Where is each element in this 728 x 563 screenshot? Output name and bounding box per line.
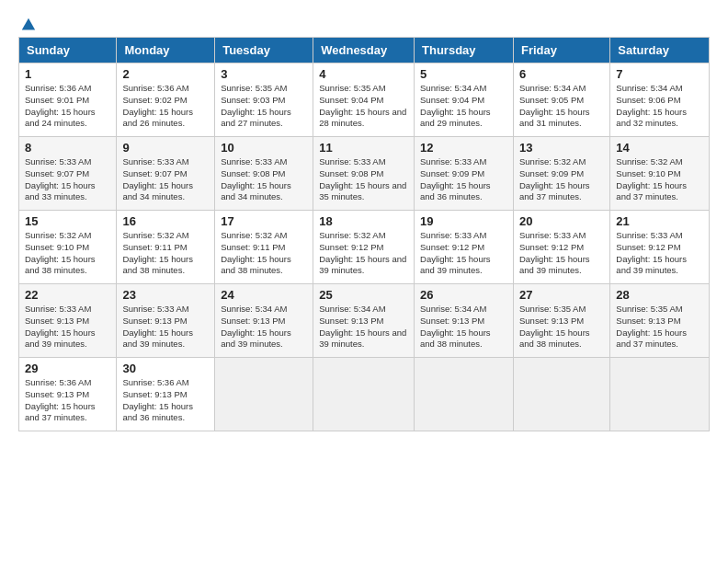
day-info: Sunrise: 5:36 AMSunset: 9:13 PMDaylight:… [122,377,193,422]
calendar-cell: 19 Sunrise: 5:33 AMSunset: 9:12 PMDaylig… [415,211,514,284]
day-number: 1 [25,67,110,81]
calendar-cell: 3 Sunrise: 5:35 AMSunset: 9:03 PMDayligh… [215,63,313,137]
calendar-cell [513,358,609,431]
header-monday: Monday [117,38,215,63]
day-number: 28 [616,288,703,302]
header-thursday: Thursday [415,38,514,63]
day-info: Sunrise: 5:32 AMSunset: 9:10 PMDaylight:… [616,156,687,201]
header-tuesday: Tuesday [215,38,313,63]
day-info: Sunrise: 5:35 AMSunset: 9:13 PMDaylight:… [616,304,687,349]
calendar-cell: 6 Sunrise: 5:34 AMSunset: 9:05 PMDayligh… [513,63,609,137]
calendar-week-row: 15 Sunrise: 5:32 AMSunset: 9:10 PMDaylig… [19,211,710,284]
day-info: Sunrise: 5:33 AMSunset: 9:08 PMDaylight:… [319,156,406,201]
calendar-cell: 23 Sunrise: 5:33 AMSunset: 9:13 PMDaylig… [117,284,215,358]
page: Sunday Monday Tuesday Wednesday Thursday… [0,0,728,441]
calendar-week-row: 29 Sunrise: 5:36 AMSunset: 9:13 PMDaylig… [19,358,710,431]
header-wednesday: Wednesday [313,38,415,63]
calendar-cell: 17 Sunrise: 5:32 AMSunset: 9:11 PMDaylig… [215,211,313,284]
day-info: Sunrise: 5:35 AMSunset: 9:04 PMDaylight:… [319,83,406,128]
calendar-cell: 7 Sunrise: 5:34 AMSunset: 9:06 PMDayligh… [610,63,710,137]
calendar-cell: 22 Sunrise: 5:33 AMSunset: 9:13 PMDaylig… [19,284,117,358]
header [18,17,710,29]
day-info: Sunrise: 5:34 AMSunset: 9:13 PMDaylight:… [221,304,291,349]
calendar-cell: 24 Sunrise: 5:34 AMSunset: 9:13 PMDaylig… [215,284,313,358]
calendar-header-row: Sunday Monday Tuesday Wednesday Thursday… [19,38,710,63]
day-info: Sunrise: 5:35 AMSunset: 9:13 PMDaylight:… [519,304,590,349]
day-info: Sunrise: 5:34 AMSunset: 9:06 PMDaylight:… [616,83,687,128]
day-info: Sunrise: 5:32 AMSunset: 9:10 PMDaylight:… [25,230,96,275]
calendar-cell [610,358,710,431]
day-number: 3 [221,67,307,81]
day-number: 8 [25,141,110,155]
day-info: Sunrise: 5:36 AMSunset: 9:02 PMDaylight:… [122,83,193,128]
calendar-cell: 13 Sunrise: 5:32 AMSunset: 9:09 PMDaylig… [513,137,609,211]
calendar-cell: 18 Sunrise: 5:32 AMSunset: 9:12 PMDaylig… [313,211,415,284]
calendar-cell: 29 Sunrise: 5:36 AMSunset: 9:13 PMDaylig… [19,358,117,431]
day-info: Sunrise: 5:32 AMSunset: 9:09 PMDaylight:… [519,156,590,201]
day-info: Sunrise: 5:33 AMSunset: 9:12 PMDaylight:… [519,230,590,275]
day-number: 2 [122,67,209,81]
calendar-cell: 16 Sunrise: 5:32 AMSunset: 9:11 PMDaylig… [117,211,215,284]
calendar-cell: 30 Sunrise: 5:36 AMSunset: 9:13 PMDaylig… [117,358,215,431]
calendar-cell: 26 Sunrise: 5:34 AMSunset: 9:13 PMDaylig… [415,284,514,358]
day-number: 24 [221,288,307,302]
day-info: Sunrise: 5:33 AMSunset: 9:08 PMDaylight:… [221,156,291,201]
logo [18,17,37,29]
day-number: 12 [420,141,507,155]
day-number: 9 [122,141,209,155]
day-number: 15 [25,214,110,228]
calendar-week-row: 8 Sunrise: 5:33 AMSunset: 9:07 PMDayligh… [19,137,710,211]
day-number: 13 [519,141,604,155]
logo-icon [20,17,37,33]
day-info: Sunrise: 5:33 AMSunset: 9:13 PMDaylight:… [25,304,96,349]
day-number: 26 [420,288,507,302]
day-number: 19 [420,214,507,228]
day-number: 30 [122,362,209,375]
day-number: 5 [420,67,507,81]
day-number: 20 [519,214,604,228]
day-number: 4 [319,67,408,81]
day-info: Sunrise: 5:32 AMSunset: 9:12 PMDaylight:… [319,230,406,275]
day-number: 10 [221,141,307,155]
day-number: 21 [616,214,703,228]
day-info: Sunrise: 5:32 AMSunset: 9:11 PMDaylight:… [221,230,291,275]
day-info: Sunrise: 5:34 AMSunset: 9:05 PMDaylight:… [519,83,590,128]
calendar-cell: 5 Sunrise: 5:34 AMSunset: 9:04 PMDayligh… [415,63,514,137]
day-info: Sunrise: 5:33 AMSunset: 9:13 PMDaylight:… [122,304,193,349]
calendar-week-row: 22 Sunrise: 5:33 AMSunset: 9:13 PMDaylig… [19,284,710,358]
header-saturday: Saturday [610,38,710,63]
day-info: Sunrise: 5:32 AMSunset: 9:11 PMDaylight:… [122,230,193,275]
day-number: 22 [25,288,110,302]
calendar-cell: 11 Sunrise: 5:33 AMSunset: 9:08 PMDaylig… [313,137,415,211]
day-number: 18 [319,214,408,228]
calendar-week-row: 1 Sunrise: 5:36 AMSunset: 9:01 PMDayligh… [19,63,710,137]
day-info: Sunrise: 5:36 AMSunset: 9:01 PMDaylight:… [25,83,96,128]
calendar-cell: 4 Sunrise: 5:35 AMSunset: 9:04 PMDayligh… [313,63,415,137]
calendar-cell: 10 Sunrise: 5:33 AMSunset: 9:08 PMDaylig… [215,137,313,211]
day-info: Sunrise: 5:33 AMSunset: 9:07 PMDaylight:… [122,156,193,201]
day-number: 11 [319,141,408,155]
day-number: 7 [616,67,703,81]
calendar-cell: 2 Sunrise: 5:36 AMSunset: 9:02 PMDayligh… [117,63,215,137]
calendar-cell: 12 Sunrise: 5:33 AMSunset: 9:09 PMDaylig… [415,137,514,211]
calendar-cell [313,358,415,431]
day-info: Sunrise: 5:34 AMSunset: 9:04 PMDaylight:… [420,83,491,128]
calendar-cell: 14 Sunrise: 5:32 AMSunset: 9:10 PMDaylig… [610,137,710,211]
svg-marker-0 [22,18,35,30]
day-number: 29 [25,362,110,375]
calendar-cell: 28 Sunrise: 5:35 AMSunset: 9:13 PMDaylig… [610,284,710,358]
day-info: Sunrise: 5:34 AMSunset: 9:13 PMDaylight:… [319,304,406,349]
day-info: Sunrise: 5:33 AMSunset: 9:09 PMDaylight:… [420,156,491,201]
day-info: Sunrise: 5:33 AMSunset: 9:12 PMDaylight:… [616,230,687,275]
calendar: Sunday Monday Tuesday Wednesday Thursday… [18,37,710,431]
day-info: Sunrise: 5:33 AMSunset: 9:07 PMDaylight:… [25,156,96,201]
day-number: 16 [122,214,209,228]
calendar-cell: 20 Sunrise: 5:33 AMSunset: 9:12 PMDaylig… [513,211,609,284]
header-sunday: Sunday [19,38,117,63]
day-number: 25 [319,288,408,302]
calendar-cell: 8 Sunrise: 5:33 AMSunset: 9:07 PMDayligh… [19,137,117,211]
calendar-cell: 15 Sunrise: 5:32 AMSunset: 9:10 PMDaylig… [19,211,117,284]
day-number: 17 [221,214,307,228]
day-number: 23 [122,288,209,302]
calendar-cell [415,358,514,431]
